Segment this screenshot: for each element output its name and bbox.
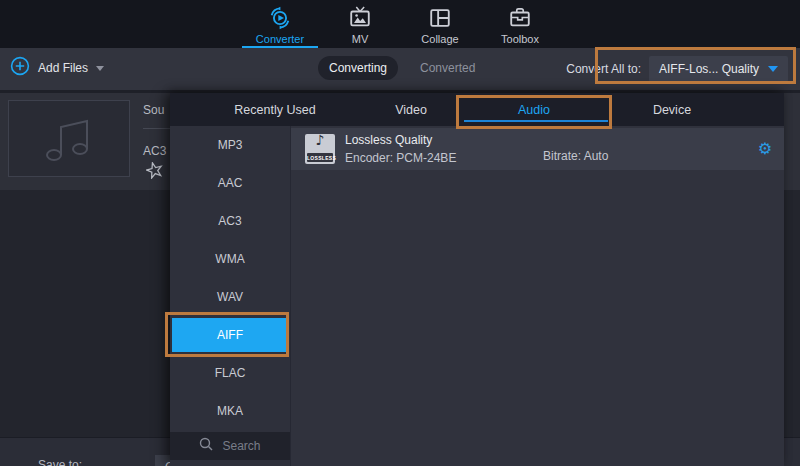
music-note-glyph: ♪ [305, 132, 335, 148]
format-item-mp3[interactable]: MP3 [170, 126, 290, 164]
search-input[interactable]: Search [170, 432, 290, 460]
tab-converted[interactable]: Converted [420, 61, 475, 75]
profile-bitrate: Bitrate: Auto [543, 149, 608, 163]
format-panel-tabs: Recently Used Video Audio Device [170, 93, 784, 126]
profile-row-lossless[interactable]: ♪ LOSSLESS Lossless Quality Encoder: PCM… [291, 128, 784, 170]
profile-list: ♪ LOSSLESS Lossless Quality Encoder: PCM… [291, 126, 784, 466]
tab-collage[interactable]: Collage [400, 0, 480, 48]
tab-toolbox[interactable]: Toolbox [480, 0, 560, 48]
dropdown-caret-icon [768, 66, 778, 72]
tab-collage-label: Collage [421, 33, 458, 45]
gear-icon[interactable]: ⚙ [758, 141, 772, 157]
format-item-aiff[interactable]: AIFF [172, 318, 288, 352]
convert-all-dropdown[interactable]: AIFF-Los... Quality [649, 56, 788, 82]
tab-video[interactable]: Video [380, 93, 442, 126]
add-files-label: Add Files [38, 61, 88, 75]
format-panel: Recently Used Video Audio Device MP3 AAC… [170, 93, 784, 466]
tab-mv[interactable]: MV [320, 0, 400, 48]
profile-title: Lossless Quality [345, 133, 456, 147]
toolbox-icon [507, 5, 533, 31]
convert-all-label: Convert All to: [566, 62, 641, 76]
view-tabs: Converting Converted [318, 56, 475, 80]
plus-circle-icon [10, 56, 30, 80]
convert-all-value: AIFF-Los... Quality [659, 62, 759, 76]
converter-icon [267, 5, 293, 31]
tab-converter[interactable]: Converter [240, 0, 320, 48]
chevron-down-icon[interactable] [96, 66, 104, 71]
format-item-ac3[interactable]: AC3 [170, 202, 290, 240]
save-to-label: Save to: [38, 458, 82, 466]
mv-icon [347, 5, 373, 31]
app-window: Converter MV Collage [0, 0, 800, 466]
workspace: Sou AC3 Save to: C:\Vidmore\Vidmore Vid … [0, 93, 800, 466]
format-panel-body: MP3 AAC AC3 WMA WAV AIFF FLAC MKA [170, 126, 784, 466]
toolbar: Add Files Converting Converted Convert A… [0, 48, 800, 93]
music-note-icon [42, 114, 96, 164]
tab-device[interactable]: Device [612, 93, 732, 126]
file-title: Sou [143, 103, 164, 117]
file-thumbnail [8, 100, 130, 177]
profile-text: Lossless Quality Encoder: PCM-24BE [345, 133, 456, 165]
format-item-wav[interactable]: WAV [170, 278, 290, 316]
format-item-aac[interactable]: AAC [170, 164, 290, 202]
profile-encoder: Encoder: PCM-24BE [345, 151, 456, 165]
format-sidebar: MP3 AAC AC3 WMA WAV AIFF FLAC MKA [170, 126, 291, 466]
search-icon [199, 437, 213, 455]
tab-audio[interactable]: Audio [456, 93, 612, 126]
top-navigation: Converter MV Collage [0, 0, 800, 48]
format-item-wma[interactable]: WMA [170, 240, 290, 278]
lossless-quality-icon: ♪ LOSSLESS [305, 134, 335, 164]
effects-star-icon[interactable] [146, 162, 163, 183]
tab-recently-used[interactable]: Recently Used [170, 93, 380, 126]
format-item-mka[interactable]: MKA [170, 392, 290, 430]
add-files-button[interactable]: Add Files [10, 56, 104, 80]
tab-toolbox-label: Toolbox [501, 33, 539, 45]
divider [143, 128, 170, 129]
collage-icon [427, 5, 453, 31]
file-format-label: AC3 [143, 144, 166, 158]
tab-converter-label: Converter [256, 33, 304, 45]
convert-all-group: Convert All to: AIFF-Los... Quality [566, 56, 788, 82]
tab-mv-label: MV [352, 33, 369, 45]
tab-converting[interactable]: Converting [318, 56, 398, 80]
lossless-badge: LOSSLESS [307, 153, 333, 162]
search-placeholder: Search [222, 439, 260, 453]
format-item-flac[interactable]: FLAC [170, 354, 290, 392]
